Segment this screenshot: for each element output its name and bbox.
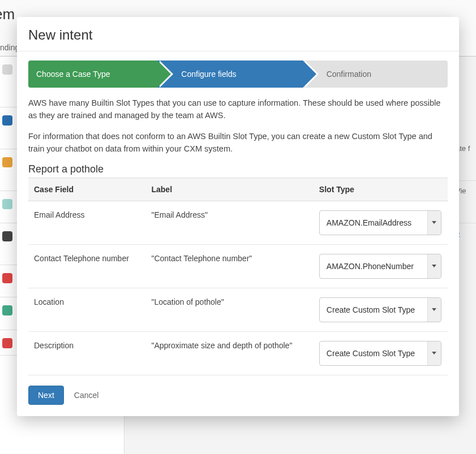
cell-label: "Approximate size and depth of pothole" (145, 331, 313, 375)
cell-case-field: Description (28, 331, 145, 375)
column-case-field: Case Field (28, 178, 145, 201)
chevron-down-icon (427, 211, 441, 235)
app-icon (2, 273, 12, 283)
table-row: Contact Telephone number"Contact Telepho… (28, 244, 448, 288)
table-row: Email Address"Email Address"AMAZON.Email… (28, 201, 448, 244)
description-paragraph-2: For information that does not conform to… (28, 130, 448, 155)
app-icon (2, 231, 12, 241)
modal-footer: Next Cancel (17, 375, 459, 405)
fields-table: Case Field Label Slot Type Email Address… (28, 178, 448, 375)
step-label: Choose a Case Type (36, 70, 110, 79)
step-label: Configure fields (181, 70, 236, 79)
wizard-steps: Choose a Case Type Configure fields Conf… (28, 60, 448, 88)
cell-slot-type: Create Custom Slot Type (314, 331, 448, 375)
select-value: Create Custom Slot Type (320, 298, 427, 322)
column-label: Label (145, 178, 313, 201)
chevron-right-icon (303, 60, 316, 88)
select-value: AMAZON.EmailAddress (320, 211, 427, 235)
step-configure-fields[interactable]: Configure fields (157, 60, 302, 88)
chevron-right-icon (157, 60, 171, 88)
step-confirmation[interactable]: Confirmation (303, 60, 448, 88)
new-intent-modal: New intent Choose a Case Type Configure … (17, 17, 459, 416)
slot-type-select[interactable]: Create Custom Slot Type (319, 341, 441, 366)
table-row: Description"Approximate size and depth o… (28, 331, 448, 375)
step-choose-case-type[interactable]: Choose a Case Type (28, 60, 157, 88)
app-icon (2, 305, 12, 315)
cell-label: "Contact Telephone number" (145, 244, 313, 288)
app-icon (2, 64, 12, 75)
app-icon (2, 115, 12, 126)
app-icon (2, 338, 12, 348)
app-icon (2, 157, 12, 167)
chevron-down-icon (427, 298, 441, 322)
slot-type-select[interactable]: AMAZON.PhoneNumber (319, 254, 441, 279)
slot-type-select[interactable]: AMAZON.EmailAddress (319, 210, 441, 235)
next-button[interactable]: Next (28, 386, 64, 405)
chevron-down-icon (427, 341, 441, 365)
cell-label: "Location of pothole" (145, 288, 313, 331)
cell-label: "Email Address" (145, 201, 313, 244)
select-value: AMAZON.PhoneNumber (320, 254, 427, 278)
table-row: Location"Location of pothole"Create Cust… (28, 288, 448, 331)
select-value: Create Custom Slot Type (320, 341, 427, 365)
cancel-button[interactable]: Cancel (74, 391, 99, 400)
slot-type-select[interactable]: Create Custom Slot Type (319, 297, 441, 322)
cell-slot-type: AMAZON.PhoneNumber (314, 244, 448, 288)
cell-case-field: Email Address (28, 201, 145, 244)
column-slot-type: Slot Type (314, 178, 448, 201)
cell-slot-type: Create Custom Slot Type (314, 288, 448, 331)
cell-case-field: Contact Telephone number (28, 244, 145, 288)
cell-slot-type: AMAZON.EmailAddress (314, 201, 448, 244)
case-type-subheading: Report a pothole (28, 163, 448, 175)
chevron-down-icon (427, 254, 441, 278)
cell-case-field: Location (28, 288, 145, 331)
description-paragraph-1: AWS have many Builtin Slot Types that yo… (28, 97, 448, 122)
modal-title: New intent (17, 17, 459, 51)
step-label: Confirmation (327, 70, 371, 79)
app-icon (2, 199, 12, 209)
